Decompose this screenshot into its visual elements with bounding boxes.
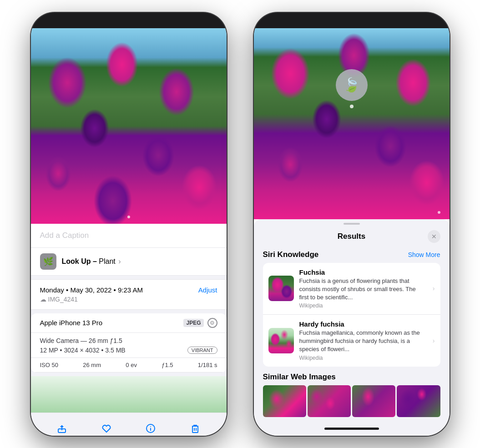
hardy-title: Hardy fuchsia <box>299 320 425 328</box>
lookup-row[interactable]: 🌿 Look Up – Plant › <box>31 248 227 276</box>
lookup-chevron: › <box>118 257 121 265</box>
vibrant-badge: VIBRANT <box>187 347 217 354</box>
exif-mm: 26 mm <box>83 362 101 368</box>
fuchsia-thumbnail <box>268 276 294 301</box>
info-section: Add a Caption 🌿 Look Up – Plant › Monday… <box>31 224 227 413</box>
mp-text: 12 MP • 3024 × 4032 • 3.5 MB <box>40 347 126 354</box>
results-title: Results <box>276 232 428 241</box>
fuchsia-desc: Fuchsia is a genus of flowering plants t… <box>299 277 425 302</box>
phone-2-screen: 🍃 Results ✕ Siri Knowledge Show More <box>254 28 450 436</box>
photo-display[interactable] <box>31 28 227 224</box>
hardy-thumb-img <box>268 328 294 353</box>
phone-1: Add a Caption 🌿 Look Up – Plant › Monday… <box>31 13 227 436</box>
device-name: Apple iPhone 13 Pro <box>40 319 103 327</box>
caption-area[interactable]: Add a Caption <box>31 224 227 248</box>
jpeg-badge: JPEG <box>183 319 203 327</box>
close-button[interactable]: ✕ <box>428 230 440 243</box>
photo-toolbar <box>31 413 227 436</box>
jpeg-badge-area: JPEG ⚙ <box>183 318 217 328</box>
hardy-text: Hardy fuchsia Fuchsia magellanica, commo… <box>299 320 425 361</box>
device-section: Apple iPhone 13 Pro JPEG ⚙ Wide Camera —… <box>31 313 227 372</box>
map-section[interactable] <box>31 376 227 413</box>
lookup-subject: Plant <box>99 257 115 265</box>
flower-image <box>31 28 227 224</box>
similar-title: Similar Web Images <box>263 372 440 382</box>
exif-ev: 0 ev <box>126 362 137 368</box>
show-more-button[interactable]: Show More <box>408 251 440 258</box>
phone-1-content: Add a Caption 🌿 Look Up – Plant › Monday… <box>31 28 227 436</box>
camera-row: Wide Camera — 26 mm ƒ1.5 <box>31 333 227 347</box>
similar-section: Similar Web Images <box>254 369 450 419</box>
fuchsia-title: Fuchsia <box>299 268 425 276</box>
exif-f: ƒ1.5 <box>162 362 173 368</box>
cloud-icon: ☁ <box>40 296 46 303</box>
like-button[interactable] <box>96 418 116 436</box>
hardy-chevron: › <box>433 337 435 344</box>
siri-knowledge-title: Siri Knowledge <box>263 250 319 259</box>
section-header: Siri Knowledge Show More <box>263 250 440 259</box>
siri-bubble: 🍃 <box>336 69 368 101</box>
camera-text: Wide Camera — 26 mm ƒ1.5 <box>40 337 122 344</box>
similar-image-1[interactable] <box>263 385 306 417</box>
lookup-label: Look Up – <box>62 257 97 265</box>
svg-rect-5 <box>192 426 198 433</box>
sheet-header: Results ✕ <box>254 225 450 247</box>
knowledge-item-hardy[interactable]: Hardy fuchsia Fuchsia magellanica, commo… <box>263 315 440 367</box>
share-button[interactable] <box>52 418 72 436</box>
exif-iso: ISO 50 <box>40 362 58 368</box>
fuchsia-chevron: › <box>433 285 435 292</box>
dynamic-island-2 <box>323 13 380 28</box>
similar-image-3[interactable] <box>352 385 395 417</box>
meta-section: Monday • May 30, 2022 • 9:23 AM Adjust ☁… <box>31 279 227 310</box>
hardy-desc: Fuchsia magellanica, commonly known as t… <box>299 329 425 354</box>
exif-shutter: 1/181 s <box>198 362 217 368</box>
results-sheet: Results ✕ Siri Knowledge Show More <box>254 219 450 422</box>
trash-button[interactable] <box>185 418 205 436</box>
dynamic-island <box>100 13 157 28</box>
similar-image-2[interactable] <box>308 385 351 417</box>
caption-placeholder[interactable]: Add a Caption <box>40 231 89 240</box>
location-text: IMG_4241 <box>48 296 78 303</box>
fuchsia-thumb-img <box>268 276 294 301</box>
hardy-source: Wikipedia <box>299 355 425 361</box>
exif-row: ISO 50 26 mm 0 ev ƒ1.5 1/181 s <box>31 358 227 372</box>
siri-knowledge-section: Siri Knowledge Show More Fuchsia Fuchsia… <box>254 247 450 369</box>
siri-leaf-icon: 🍃 <box>343 77 360 93</box>
fuchsia-text: Fuchsia Fuchsia is a genus of flowering … <box>299 268 425 309</box>
page-indicator-2 <box>438 211 440 214</box>
home-indicator-2 <box>254 422 450 436</box>
date-text: Monday • May 30, 2022 • 9:23 AM <box>40 286 143 294</box>
lookup-icon: 🌿 <box>40 253 56 270</box>
knowledge-card: Fuchsia Fuchsia is a genus of flowering … <box>263 263 440 367</box>
gear-icon[interactable]: ⚙ <box>207 318 217 328</box>
similar-images-row <box>263 385 440 417</box>
location-row: ☁ IMG_4241 <box>40 296 217 303</box>
lookup-text: Look Up – Plant › <box>62 257 121 266</box>
device-row: Apple iPhone 13 Pro JPEG ⚙ <box>31 313 227 333</box>
photo-2-display[interactable]: 🍃 <box>254 28 450 219</box>
mp-row: 12 MP • 3024 × 4032 • 3.5 MB VIBRANT <box>31 347 227 358</box>
fuchsia-source: Wikipedia <box>299 302 425 309</box>
flower-2-image <box>254 28 450 219</box>
hardy-thumbnail <box>268 328 294 353</box>
knowledge-item-fuchsia[interactable]: Fuchsia Fuchsia is a genus of flowering … <box>263 263 440 315</box>
similar-image-4[interactable] <box>397 385 440 417</box>
siri-dot <box>350 105 354 108</box>
page-indicator <box>127 216 130 218</box>
phone-2: 🍃 Results ✕ Siri Knowledge Show More <box>254 13 450 436</box>
svg-point-4 <box>151 426 151 427</box>
adjust-button[interactable]: Adjust <box>198 286 217 294</box>
home-bar-2 <box>324 428 379 430</box>
meta-row: Monday • May 30, 2022 • 9:23 AM Adjust <box>40 286 217 294</box>
phone-2-content: 🍃 Results ✕ Siri Knowledge Show More <box>254 28 450 436</box>
info-button[interactable] <box>141 418 161 436</box>
phone-1-screen: Add a Caption 🌿 Look Up – Plant › Monday… <box>31 28 227 436</box>
